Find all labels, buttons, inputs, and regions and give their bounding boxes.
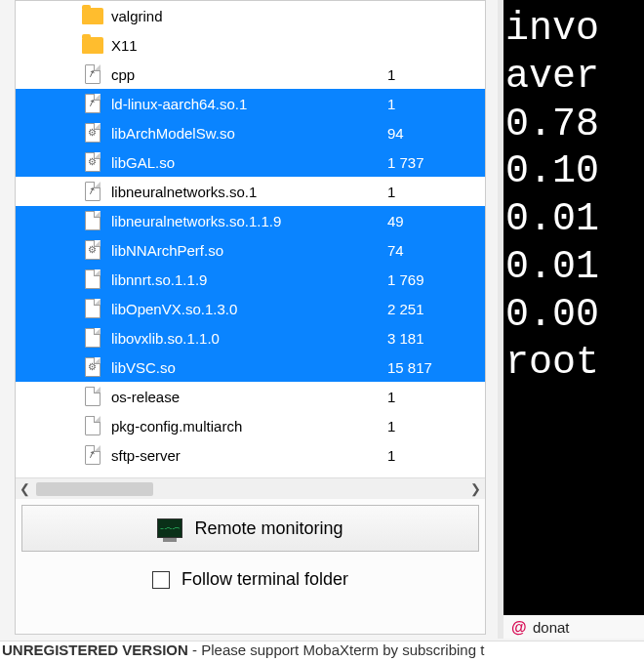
file-size: 15 817 <box>387 359 465 376</box>
remote-monitoring-label: Remote monitoring <box>194 518 342 539</box>
file-row[interactable]: cpp1 <box>16 60 485 89</box>
file-row[interactable]: sftp-server1 <box>16 440 485 470</box>
file-size: 1 <box>387 389 465 405</box>
terminal-output[interactable]: invoaver0.780.100.010.010.00root <box>498 0 644 615</box>
file-row[interactable]: libneuralnetworks.so.1.1.949 <box>16 206 485 235</box>
file-size: 1 <box>387 447 465 464</box>
file-row[interactable]: ld-linux-aarch64.so.11 <box>16 89 485 118</box>
scroll-left-arrow[interactable]: ❮ <box>20 481 30 496</box>
file-icon <box>80 386 105 407</box>
follow-terminal-row[interactable]: Follow terminal folder <box>16 569 485 590</box>
symlink-icon <box>80 93 105 114</box>
file-name: libneuralnetworks.so.1.1.9 <box>111 213 387 229</box>
status-sep: - <box>188 641 201 658</box>
scrollbar-thumb[interactable] <box>36 482 153 496</box>
terminal-line: 0.78 <box>505 102 644 149</box>
symlink-icon <box>80 63 105 85</box>
file-icon <box>80 298 105 319</box>
file-row[interactable]: libVSC.so15 817 <box>16 352 485 382</box>
file-row[interactable]: libovxlib.so.1.1.03 181 <box>16 323 485 352</box>
shared-lib-icon <box>80 239 105 261</box>
file-row[interactable]: libGAL.so1 737 <box>16 147 485 177</box>
file-name: libNNArchPerf.so <box>111 242 387 259</box>
file-row[interactable]: libOpenVX.so.1.3.02 251 <box>16 294 485 323</box>
folder-row[interactable]: valgrind <box>16 1 485 30</box>
terminal-line: 0.01 <box>505 196 644 244</box>
follow-terminal-label: Follow terminal folder <box>181 569 348 590</box>
file-name: libneuralnetworks.so.1 <box>111 184 387 200</box>
status-message: Please support MobaXterm by subscribing … <box>201 641 484 658</box>
file-name: sftp-server <box>111 447 387 464</box>
file-name: pkg-config.multiarch <box>111 418 387 434</box>
file-size: 1 769 <box>387 271 465 288</box>
file-name: libArchModelSw.so <box>111 125 387 142</box>
file-row[interactable]: libArchModelSw.so94 <box>16 118 485 147</box>
file-name: valgrind <box>111 8 387 24</box>
file-name: cpp <box>111 66 387 83</box>
folder-icon <box>80 5 105 26</box>
debian-icon: @ <box>511 619 527 635</box>
file-icon <box>80 210 105 231</box>
unregistered-label: UNREGISTERED VERSION <box>2 641 188 658</box>
donate-label: donat <box>533 619 570 636</box>
terminal-line: 0.10 <box>505 148 644 196</box>
file-name: libGAL.so <box>111 154 387 171</box>
file-size: 49 <box>387 213 465 229</box>
shared-lib-icon <box>80 356 105 378</box>
file-name: libVSC.so <box>111 359 387 376</box>
terminal-line: 0.00 <box>505 292 644 340</box>
file-icon <box>80 415 105 436</box>
remote-monitoring-button[interactable]: Remote monitoring <box>21 505 479 552</box>
file-size: 74 <box>387 242 465 259</box>
file-row[interactable]: libnnrt.so.1.1.91 769 <box>16 265 485 294</box>
file-name: os-release <box>111 389 387 405</box>
folder-icon <box>80 34 105 56</box>
file-name: ld-linux-aarch64.so.1 <box>111 96 387 112</box>
file-row[interactable]: pkg-config.multiarch1 <box>16 411 485 440</box>
file-size: 1 737 <box>387 154 465 171</box>
file-row[interactable]: os-release1 <box>16 382 485 411</box>
symlink-icon <box>80 181 105 202</box>
file-name: libOpenVX.so.1.3.0 <box>111 301 387 317</box>
monitor-icon <box>157 518 182 538</box>
file-size: 1 <box>387 418 465 434</box>
status-bar: UNREGISTERED VERSION - Please support Mo… <box>0 641 644 662</box>
file-list[interactable]: valgrindX11cpp1ld-linux-aarch64.so.11lib… <box>16 1 485 477</box>
file-size: 1 <box>387 96 465 112</box>
file-name: X11 <box>111 37 387 54</box>
file-name: libnnrt.so.1.1.9 <box>111 271 387 288</box>
follow-terminal-checkbox[interactable] <box>152 571 170 589</box>
sftp-sidebar: valgrindX11cpp1ld-linux-aarch64.so.11lib… <box>15 0 486 635</box>
file-size: 94 <box>387 125 465 142</box>
file-icon <box>80 269 105 290</box>
file-size: 2 251 <box>387 301 465 317</box>
horizontal-scrollbar[interactable]: ❮ ❯ <box>16 477 485 499</box>
symlink-icon <box>80 444 105 466</box>
scrollbar-track[interactable] <box>36 482 464 496</box>
terminal-line: aver <box>505 54 644 102</box>
file-row[interactable]: libNNArchPerf.so74 <box>16 235 485 265</box>
folder-row[interactable]: X11 <box>16 30 485 60</box>
file-icon <box>80 327 105 349</box>
file-name: libovxlib.so.1.1.0 <box>111 330 387 347</box>
file-row[interactable]: libneuralnetworks.so.11 <box>16 177 485 206</box>
file-size: 1 <box>387 184 465 200</box>
terminal-line: root <box>505 340 644 388</box>
file-size: 1 <box>387 66 465 83</box>
terminal-line: invo <box>505 6 644 54</box>
scroll-right-arrow[interactable]: ❯ <box>470 481 481 496</box>
shared-lib-icon <box>80 122 105 144</box>
donate-bar[interactable]: @ donat <box>498 615 644 639</box>
shared-lib-icon <box>80 151 105 173</box>
file-size: 3 181 <box>387 330 465 347</box>
terminal-line: 0.01 <box>505 244 644 292</box>
